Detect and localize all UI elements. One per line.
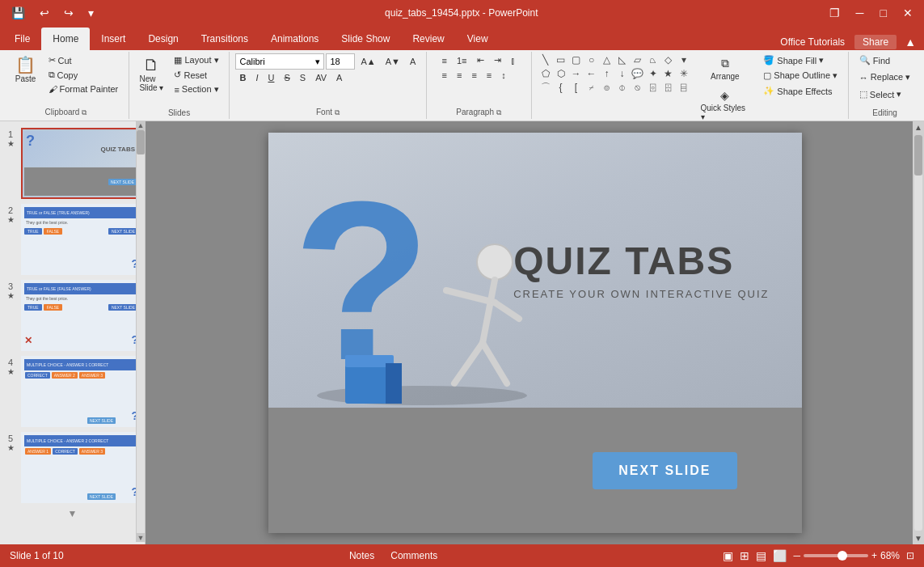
zoom-minus-btn[interactable]: ─ <box>793 550 800 561</box>
slide-sorter-icon[interactable]: ⊞ <box>740 549 749 562</box>
panel-scroll-down[interactable]: ▼ <box>3 508 141 519</box>
shape-outline-button[interactable]: ▢ Shape Outline ▾ <box>759 69 842 83</box>
align-center-button[interactable]: ≡ <box>453 69 466 82</box>
shape-star4[interactable]: ✦ <box>646 67 660 80</box>
shape-star5[interactable]: ★ <box>661 67 676 80</box>
maximize-button[interactable]: □ <box>875 5 892 21</box>
shape-effects-button[interactable]: ✨ Shape Effects <box>759 84 842 98</box>
paste-button[interactable]: 📋 Paste <box>10 53 42 87</box>
shape-hexagon[interactable]: ⬡ <box>554 67 568 80</box>
office-tutorials-link[interactable]: Office Tutorials <box>774 35 851 49</box>
customize-qat-button[interactable]: ▾ <box>83 5 99 21</box>
scroll-up-btn[interactable]: ▲ <box>913 121 924 133</box>
scroll-thumb[interactable] <box>137 130 145 154</box>
shape-triangle[interactable]: △ <box>600 53 614 66</box>
decrease-font-button[interactable]: A▼ <box>382 55 404 68</box>
shape-custom5[interactable]: ⌻ <box>646 81 660 94</box>
shape-custom3[interactable]: ⌽ <box>615 81 630 94</box>
shape-custom4[interactable]: ⍉ <box>631 81 645 94</box>
shape-custom2[interactable]: ⌾ <box>600 81 614 94</box>
normal-view-icon[interactable]: ▣ <box>723 549 733 562</box>
next-slide-button[interactable]: NEXT SLIDE <box>593 452 736 489</box>
shape-bracket[interactable]: [ <box>569 81 584 94</box>
shape-roundrect[interactable]: ▢ <box>569 53 584 66</box>
tab-slideshow[interactable]: Slide Show <box>330 28 401 50</box>
columns-button[interactable]: ⫿ <box>507 54 520 67</box>
shape-callout[interactable]: 💬 <box>631 67 645 80</box>
shape-arrow-right[interactable]: → <box>569 67 584 80</box>
shape-trapezoid[interactable]: ⏢ <box>646 53 660 66</box>
align-left-button[interactable]: ≡ <box>438 69 451 82</box>
zoom-slider[interactable] <box>804 554 868 557</box>
redo-button[interactable]: ↪ <box>59 5 78 21</box>
format-painter-button[interactable]: 🖌 Format Painter <box>44 83 123 95</box>
presentation-icon[interactable]: ⬜ <box>773 549 787 562</box>
tab-home[interactable]: Home <box>41 28 90 50</box>
tab-animations[interactable]: Animations <box>259 28 330 50</box>
char-spacing-button[interactable]: AV <box>311 71 331 84</box>
tab-transitions[interactable]: Transitions <box>190 28 259 50</box>
slide-thumb-2[interactable]: TRUE or FALSE (TRUE ANSWER) They got the… <box>21 204 141 275</box>
tab-design[interactable]: Design <box>137 28 189 50</box>
reading-view-icon[interactable]: ▤ <box>756 549 766 562</box>
shape-diamond[interactable]: ◇ <box>661 53 676 66</box>
strikethrough-button[interactable]: S <box>280 71 293 84</box>
shape-star8[interactable]: ✳ <box>677 67 691 80</box>
slide-thumb-1[interactable]: QUIZ TABS ? NEXT SLIDE <box>21 128 141 199</box>
font-size-selector[interactable]: 18 <box>326 53 355 70</box>
clear-format-button[interactable]: A <box>406 55 420 68</box>
shape-fill-button[interactable]: 🪣 Shape Fill ▾ <box>759 53 842 67</box>
close-button[interactable]: ✕ <box>898 5 918 21</box>
underline-button[interactable]: U <box>264 71 279 84</box>
slide-thumb-3[interactable]: TRUE or FALSE (FALSE ANSWER) They got th… <box>21 280 141 351</box>
share-button[interactable]: Share <box>854 35 897 49</box>
italic-button[interactable]: I <box>251 71 262 84</box>
quick-styles-button[interactable]: ◈ Quick Styles ▾ <box>697 86 754 125</box>
shape-arc[interactable]: ⌒ <box>538 81 553 94</box>
shape-brace[interactable]: { <box>554 81 568 94</box>
zoom-plus-btn[interactable]: + <box>871 550 877 561</box>
shape-parallelogram[interactable]: ▱ <box>631 53 645 66</box>
shape-arrow-up[interactable]: ↑ <box>600 67 614 80</box>
find-button[interactable]: 🔍 Find <box>855 53 894 67</box>
increase-indent-button[interactable]: ⇥ <box>490 53 505 67</box>
decrease-indent-button[interactable]: ⇤ <box>473 53 488 67</box>
shape-right-triangle[interactable]: ◺ <box>615 53 630 66</box>
tab-view[interactable]: View <box>456 28 500 50</box>
undo-button[interactable]: ↩ <box>35 5 54 21</box>
shape-line[interactable]: ╲ <box>538 53 553 66</box>
shape-arrow-left[interactable]: ← <box>584 67 599 80</box>
restore-button[interactable]: ❐ <box>825 5 845 21</box>
shape-arrow-down[interactable]: ↓ <box>615 67 630 80</box>
layout-button[interactable]: ▦ Layout ▾ <box>170 53 222 67</box>
tab-insert[interactable]: Insert <box>90 28 137 50</box>
section-button[interactable]: ≡ Section ▾ <box>170 83 222 96</box>
font-family-selector[interactable]: Calibri ▾ <box>235 53 324 70</box>
shape-more[interactable]: ▾ <box>677 53 691 66</box>
justify-button[interactable]: ≡ <box>483 69 496 82</box>
new-slide-button[interactable]: 🗋 NewSlide ▾ <box>135 53 167 95</box>
shape-pentagon[interactable]: ⬠ <box>538 67 553 80</box>
slide-thumb-5[interactable]: MULTIPLE CHOICE - ANSWER 2 CORRECT ANSWE… <box>21 432 141 503</box>
shape-rect[interactable]: ▭ <box>554 53 568 66</box>
shape-custom1[interactable]: ⌿ <box>584 81 599 94</box>
bold-button[interactable]: B <box>235 71 250 84</box>
save-button[interactable]: 💾 <box>6 5 30 21</box>
slide-thumb-4[interactable]: MULTIPLE CHOICE - ANSWER 1 CORRECT CORRE… <box>21 356 141 427</box>
shape-oval[interactable]: ○ <box>584 53 599 66</box>
increase-font-button[interactable]: A▲ <box>357 55 379 68</box>
select-button[interactable]: ⬚ Select ▾ <box>855 87 906 101</box>
tab-review[interactable]: Review <box>401 28 455 50</box>
notes-button[interactable]: Notes <box>349 550 374 561</box>
scroll-thumb-right[interactable] <box>914 135 922 176</box>
numbering-button[interactable]: 1≡ <box>453 54 471 67</box>
shadow-button[interactable]: S <box>296 71 310 84</box>
tab-file[interactable]: File <box>3 28 41 50</box>
scroll-up-arrow[interactable]: ▲ <box>137 121 145 129</box>
minimize-button[interactable]: ─ <box>851 5 869 21</box>
arrange-button[interactable]: ⧉ Arrange <box>697 53 754 84</box>
replace-button[interactable]: ↔ Replace ▾ <box>855 70 914 84</box>
copy-button[interactable]: ⧉ Copy <box>44 68 123 82</box>
cut-button[interactable]: ✂ Cut <box>44 53 123 67</box>
bullets-button[interactable]: ≡ <box>438 54 451 67</box>
